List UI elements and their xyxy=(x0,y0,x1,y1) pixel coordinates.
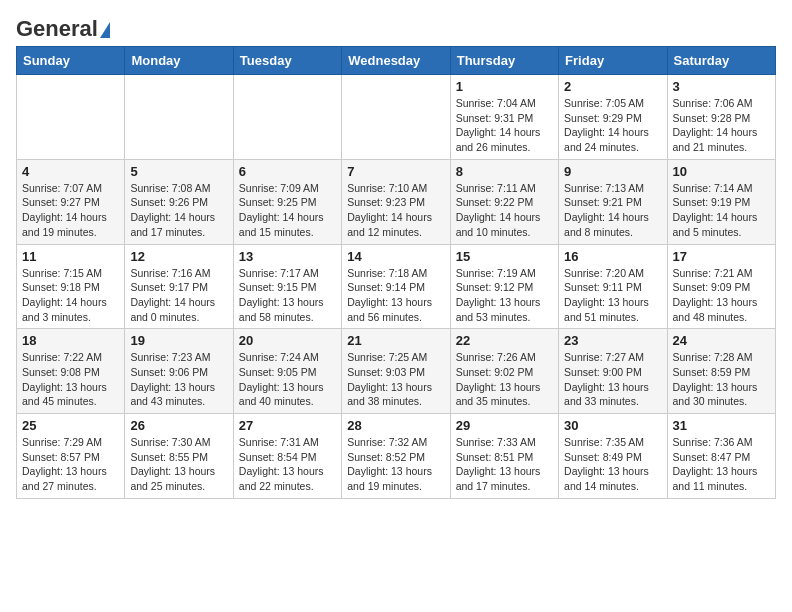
day-number: 12 xyxy=(130,249,227,264)
day-number: 20 xyxy=(239,333,336,348)
day-header-wednesday: Wednesday xyxy=(342,47,450,75)
calendar-cell: 20Sunrise: 7:24 AM Sunset: 9:05 PM Dayli… xyxy=(233,329,341,414)
day-info: Sunrise: 7:15 AM Sunset: 9:18 PM Dayligh… xyxy=(22,266,119,325)
day-info: Sunrise: 7:10 AM Sunset: 9:23 PM Dayligh… xyxy=(347,181,444,240)
day-number: 5 xyxy=(130,164,227,179)
calendar-cell: 4Sunrise: 7:07 AM Sunset: 9:27 PM Daylig… xyxy=(17,159,125,244)
day-number: 1 xyxy=(456,79,553,94)
logo-triangle-icon xyxy=(100,22,110,38)
calendar-cell: 26Sunrise: 7:30 AM Sunset: 8:55 PM Dayli… xyxy=(125,414,233,499)
day-info: Sunrise: 7:24 AM Sunset: 9:05 PM Dayligh… xyxy=(239,350,336,409)
day-number: 26 xyxy=(130,418,227,433)
day-number: 6 xyxy=(239,164,336,179)
calendar-cell xyxy=(233,75,341,160)
day-number: 30 xyxy=(564,418,661,433)
day-number: 23 xyxy=(564,333,661,348)
day-number: 16 xyxy=(564,249,661,264)
calendar-cell: 8Sunrise: 7:11 AM Sunset: 9:22 PM Daylig… xyxy=(450,159,558,244)
day-info: Sunrise: 7:26 AM Sunset: 9:02 PM Dayligh… xyxy=(456,350,553,409)
calendar-cell: 14Sunrise: 7:18 AM Sunset: 9:14 PM Dayli… xyxy=(342,244,450,329)
calendar-cell: 29Sunrise: 7:33 AM Sunset: 8:51 PM Dayli… xyxy=(450,414,558,499)
day-info: Sunrise: 7:30 AM Sunset: 8:55 PM Dayligh… xyxy=(130,435,227,494)
day-info: Sunrise: 7:23 AM Sunset: 9:06 PM Dayligh… xyxy=(130,350,227,409)
day-number: 27 xyxy=(239,418,336,433)
day-info: Sunrise: 7:33 AM Sunset: 8:51 PM Dayligh… xyxy=(456,435,553,494)
calendar-cell: 16Sunrise: 7:20 AM Sunset: 9:11 PM Dayli… xyxy=(559,244,667,329)
day-header-monday: Monday xyxy=(125,47,233,75)
day-number: 25 xyxy=(22,418,119,433)
day-info: Sunrise: 7:31 AM Sunset: 8:54 PM Dayligh… xyxy=(239,435,336,494)
day-info: Sunrise: 7:36 AM Sunset: 8:47 PM Dayligh… xyxy=(673,435,770,494)
day-info: Sunrise: 7:22 AM Sunset: 9:08 PM Dayligh… xyxy=(22,350,119,409)
day-number: 22 xyxy=(456,333,553,348)
day-info: Sunrise: 7:19 AM Sunset: 9:12 PM Dayligh… xyxy=(456,266,553,325)
day-info: Sunrise: 7:25 AM Sunset: 9:03 PM Dayligh… xyxy=(347,350,444,409)
day-number: 3 xyxy=(673,79,770,94)
calendar-week-row: 11Sunrise: 7:15 AM Sunset: 9:18 PM Dayli… xyxy=(17,244,776,329)
calendar-cell: 9Sunrise: 7:13 AM Sunset: 9:21 PM Daylig… xyxy=(559,159,667,244)
day-info: Sunrise: 7:16 AM Sunset: 9:17 PM Dayligh… xyxy=(130,266,227,325)
day-number: 19 xyxy=(130,333,227,348)
calendar-week-row: 4Sunrise: 7:07 AM Sunset: 9:27 PM Daylig… xyxy=(17,159,776,244)
calendar-cell xyxy=(125,75,233,160)
calendar-cell: 1Sunrise: 7:04 AM Sunset: 9:31 PM Daylig… xyxy=(450,75,558,160)
calendar-cell: 12Sunrise: 7:16 AM Sunset: 9:17 PM Dayli… xyxy=(125,244,233,329)
calendar-cell: 25Sunrise: 7:29 AM Sunset: 8:57 PM Dayli… xyxy=(17,414,125,499)
calendar-cell: 24Sunrise: 7:28 AM Sunset: 8:59 PM Dayli… xyxy=(667,329,775,414)
calendar-cell: 22Sunrise: 7:26 AM Sunset: 9:02 PM Dayli… xyxy=(450,329,558,414)
calendar-cell: 10Sunrise: 7:14 AM Sunset: 9:19 PM Dayli… xyxy=(667,159,775,244)
day-number: 24 xyxy=(673,333,770,348)
calendar-week-row: 1Sunrise: 7:04 AM Sunset: 9:31 PM Daylig… xyxy=(17,75,776,160)
day-info: Sunrise: 7:20 AM Sunset: 9:11 PM Dayligh… xyxy=(564,266,661,325)
calendar-cell: 31Sunrise: 7:36 AM Sunset: 8:47 PM Dayli… xyxy=(667,414,775,499)
day-number: 14 xyxy=(347,249,444,264)
day-number: 17 xyxy=(673,249,770,264)
day-header-saturday: Saturday xyxy=(667,47,775,75)
calendar-cell xyxy=(17,75,125,160)
day-number: 8 xyxy=(456,164,553,179)
day-header-sunday: Sunday xyxy=(17,47,125,75)
calendar-cell: 13Sunrise: 7:17 AM Sunset: 9:15 PM Dayli… xyxy=(233,244,341,329)
day-number: 21 xyxy=(347,333,444,348)
day-number: 29 xyxy=(456,418,553,433)
day-number: 31 xyxy=(673,418,770,433)
day-info: Sunrise: 7:05 AM Sunset: 9:29 PM Dayligh… xyxy=(564,96,661,155)
day-info: Sunrise: 7:27 AM Sunset: 9:00 PM Dayligh… xyxy=(564,350,661,409)
calendar-cell xyxy=(342,75,450,160)
calendar-cell: 17Sunrise: 7:21 AM Sunset: 9:09 PM Dayli… xyxy=(667,244,775,329)
calendar-cell: 11Sunrise: 7:15 AM Sunset: 9:18 PM Dayli… xyxy=(17,244,125,329)
calendar-cell: 15Sunrise: 7:19 AM Sunset: 9:12 PM Dayli… xyxy=(450,244,558,329)
calendar-cell: 27Sunrise: 7:31 AM Sunset: 8:54 PM Dayli… xyxy=(233,414,341,499)
day-info: Sunrise: 7:32 AM Sunset: 8:52 PM Dayligh… xyxy=(347,435,444,494)
day-number: 13 xyxy=(239,249,336,264)
calendar-cell: 28Sunrise: 7:32 AM Sunset: 8:52 PM Dayli… xyxy=(342,414,450,499)
day-number: 10 xyxy=(673,164,770,179)
day-info: Sunrise: 7:18 AM Sunset: 9:14 PM Dayligh… xyxy=(347,266,444,325)
calendar-week-row: 18Sunrise: 7:22 AM Sunset: 9:08 PM Dayli… xyxy=(17,329,776,414)
day-info: Sunrise: 7:07 AM Sunset: 9:27 PM Dayligh… xyxy=(22,181,119,240)
calendar-cell: 5Sunrise: 7:08 AM Sunset: 9:26 PM Daylig… xyxy=(125,159,233,244)
calendar-cell: 19Sunrise: 7:23 AM Sunset: 9:06 PM Dayli… xyxy=(125,329,233,414)
day-number: 2 xyxy=(564,79,661,94)
day-info: Sunrise: 7:09 AM Sunset: 9:25 PM Dayligh… xyxy=(239,181,336,240)
day-number: 28 xyxy=(347,418,444,433)
calendar-cell: 21Sunrise: 7:25 AM Sunset: 9:03 PM Dayli… xyxy=(342,329,450,414)
calendar-cell: 23Sunrise: 7:27 AM Sunset: 9:00 PM Dayli… xyxy=(559,329,667,414)
logo-general-text: General xyxy=(16,16,98,42)
day-header-friday: Friday xyxy=(559,47,667,75)
calendar-cell: 7Sunrise: 7:10 AM Sunset: 9:23 PM Daylig… xyxy=(342,159,450,244)
day-info: Sunrise: 7:14 AM Sunset: 9:19 PM Dayligh… xyxy=(673,181,770,240)
day-info: Sunrise: 7:35 AM Sunset: 8:49 PM Dayligh… xyxy=(564,435,661,494)
calendar: SundayMondayTuesdayWednesdayThursdayFrid… xyxy=(16,46,776,499)
calendar-cell: 30Sunrise: 7:35 AM Sunset: 8:49 PM Dayli… xyxy=(559,414,667,499)
day-info: Sunrise: 7:08 AM Sunset: 9:26 PM Dayligh… xyxy=(130,181,227,240)
day-number: 18 xyxy=(22,333,119,348)
header: General xyxy=(16,16,776,38)
calendar-cell: 2Sunrise: 7:05 AM Sunset: 9:29 PM Daylig… xyxy=(559,75,667,160)
day-info: Sunrise: 7:28 AM Sunset: 8:59 PM Dayligh… xyxy=(673,350,770,409)
day-info: Sunrise: 7:13 AM Sunset: 9:21 PM Dayligh… xyxy=(564,181,661,240)
day-info: Sunrise: 7:29 AM Sunset: 8:57 PM Dayligh… xyxy=(22,435,119,494)
calendar-week-row: 25Sunrise: 7:29 AM Sunset: 8:57 PM Dayli… xyxy=(17,414,776,499)
day-info: Sunrise: 7:06 AM Sunset: 9:28 PM Dayligh… xyxy=(673,96,770,155)
calendar-cell: 18Sunrise: 7:22 AM Sunset: 9:08 PM Dayli… xyxy=(17,329,125,414)
